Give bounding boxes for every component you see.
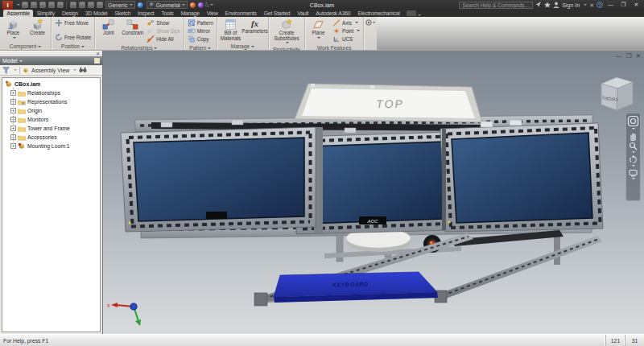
search-send-icon[interactable] bbox=[535, 2, 542, 8]
tree-node-tower-and-frame[interactable]: + Tower and Frame bbox=[2, 124, 100, 133]
search-input[interactable] bbox=[459, 2, 533, 9]
mirror-button[interactable]: Mirror bbox=[186, 27, 215, 35]
create-button[interactable]: Create bbox=[26, 18, 49, 42]
tree-node-accessories[interactable]: + Accessories bbox=[2, 133, 100, 142]
component-group-label[interactable]: Component bbox=[0, 43, 51, 50]
navbar-more-chevron-icon[interactable] bbox=[632, 178, 635, 181]
home-icon[interactable] bbox=[70, 2, 76, 8]
tree-node-monitors[interactable]: + Monitors bbox=[2, 115, 100, 124]
tab-get-started[interactable]: Get Started bbox=[260, 10, 294, 17]
create-substitutes-button[interactable]: Create Substitutes bbox=[270, 18, 303, 45]
parameters-button[interactable]: fx Parameters bbox=[243, 18, 266, 42]
ucs-button[interactable]: UCS bbox=[331, 35, 361, 43]
doc-close-icon[interactable]: ✕ bbox=[636, 52, 641, 60]
tab-simplify[interactable]: Simplify bbox=[33, 10, 58, 17]
joint-button[interactable]: Joint bbox=[97, 18, 120, 43]
top-sign-part[interactable]: TOP bbox=[295, 84, 482, 122]
window-maximize-button[interactable]: ❐ bbox=[618, 1, 629, 9]
free-move-button[interactable]: Free Move bbox=[53, 19, 93, 27]
undo-icon[interactable] bbox=[48, 2, 55, 8]
bill-of-materials-button[interactable]: Bill of Materials bbox=[219, 18, 242, 42]
position-group-label[interactable]: Position bbox=[52, 43, 94, 50]
keyboard-tray-part[interactable]: KEYBOARD bbox=[274, 272, 438, 303]
orbit-chevron-icon[interactable] bbox=[632, 165, 635, 168]
zoom-icon[interactable] bbox=[629, 142, 638, 150]
tab-view[interactable]: View bbox=[203, 10, 221, 17]
free-rotate-button[interactable]: Free Rotate bbox=[53, 33, 93, 41]
look-at-icon[interactable] bbox=[629, 169, 638, 177]
plane-button[interactable]: Plane bbox=[307, 18, 330, 43]
tab-autodesk-a360[interactable]: Autodesk A360 bbox=[312, 10, 354, 17]
tree-node-mounting-loom[interactable]: + Mounting Loom:1 bbox=[2, 142, 100, 150]
ribbon-overflow-icon[interactable] bbox=[365, 19, 375, 27]
new-file-icon[interactable] bbox=[22, 2, 28, 8]
tab-environments[interactable]: Environments bbox=[221, 10, 260, 17]
browser-close-icon[interactable]: ✕ bbox=[96, 51, 100, 56]
appearance-dropdown[interactable]: Gunmetal bbox=[147, 1, 188, 9]
adjust-appearance-icon[interactable] bbox=[190, 2, 196, 8]
wheel-chevron-icon[interactable] bbox=[632, 128, 635, 131]
open-file-icon[interactable] bbox=[31, 2, 37, 8]
qat-customize-chevron-icon[interactable] bbox=[210, 4, 213, 7]
axis-button[interactable]: Axis bbox=[331, 19, 361, 27]
measure-icon[interactable] bbox=[88, 2, 94, 8]
zoom-chevron-icon[interactable] bbox=[632, 151, 635, 154]
render-icon[interactable] bbox=[79, 2, 85, 8]
user-icon[interactable] bbox=[553, 2, 559, 8]
place-button[interactable]: Place bbox=[2, 18, 25, 42]
tree-node-relationships[interactable]: + Relationships bbox=[2, 89, 100, 97]
favorites-star-icon[interactable] bbox=[544, 2, 551, 8]
show-button[interactable]: Show bbox=[145, 19, 181, 27]
app-menu-chevron-icon[interactable] bbox=[17, 4, 20, 7]
hide-all-button[interactable]: Hide All bbox=[145, 35, 181, 43]
browser-header[interactable]: Model bbox=[0, 56, 102, 65]
tree-root-row[interactable]: CBox.iam bbox=[2, 80, 100, 89]
viewport-canvas[interactable]: TOP bbox=[103, 51, 644, 334]
doc-minimize-icon[interactable]: — bbox=[616, 52, 622, 60]
clear-appearance-icon[interactable] bbox=[198, 2, 204, 8]
window-minimize-button[interactable]: — bbox=[605, 1, 616, 9]
tab-design[interactable]: Design bbox=[58, 10, 81, 17]
doc-restore-icon[interactable]: ❐ bbox=[626, 52, 632, 60]
appearance-sphere-icon[interactable] bbox=[138, 2, 143, 8]
browser-pin-icon[interactable] bbox=[94, 58, 100, 64]
view-mode-dropdown[interactable]: Assembly View bbox=[31, 68, 69, 73]
tab-sketch[interactable]: Sketch bbox=[111, 10, 134, 17]
tree-node-representations[interactable]: + Representations bbox=[2, 97, 100, 106]
monitor-right-part[interactable] bbox=[440, 123, 603, 232]
orbit-icon[interactable] bbox=[629, 155, 638, 164]
view-cube[interactable]: FRONT bbox=[596, 73, 638, 115]
filter-icon[interactable] bbox=[2, 67, 10, 74]
tab-3d-model[interactable]: 3D Model bbox=[81, 10, 111, 17]
exchange-apps-icon[interactable]: ✕ bbox=[589, 2, 594, 9]
screenshot-camera-icon[interactable] bbox=[407, 10, 416, 16]
copy-button[interactable]: Copy bbox=[186, 35, 215, 43]
tab-manage[interactable]: Manage bbox=[177, 10, 203, 17]
inventor-logo-icon[interactable]: I bbox=[2, 1, 13, 10]
help-icon[interactable]: ? bbox=[597, 2, 603, 8]
tree-node-origin[interactable]: + Origin bbox=[2, 106, 100, 115]
redo-icon[interactable] bbox=[57, 2, 64, 8]
pan-hand-icon[interactable] bbox=[629, 132, 638, 141]
update-icon[interactable] bbox=[97, 2, 103, 8]
camera-chevron-icon[interactable] bbox=[418, 14, 421, 18]
tab-vault[interactable]: Vault bbox=[294, 10, 312, 17]
assembly-model[interactable]: TOP bbox=[103, 51, 644, 334]
tab-assemble[interactable]: Assemble bbox=[3, 10, 33, 17]
save-icon[interactable] bbox=[39, 2, 46, 8]
tab-tools[interactable]: Tools bbox=[158, 10, 177, 17]
point-button[interactable]: Point bbox=[331, 27, 361, 35]
parameters-quick-icon[interactable]: fx bbox=[205, 1, 209, 8]
material-dropdown[interactable]: Generic bbox=[105, 1, 135, 9]
window-close-button[interactable]: ✕ bbox=[631, 1, 642, 9]
sign-in-button[interactable]: Sign In bbox=[562, 2, 580, 8]
filter-chevron-icon[interactable] bbox=[14, 69, 17, 72]
tab-electromechanical[interactable]: Electromechanical bbox=[354, 10, 403, 17]
sign-in-chevron-icon[interactable] bbox=[584, 4, 587, 7]
tab-inspect[interactable]: Inspect bbox=[134, 10, 159, 17]
constrain-button[interactable]: Constrain bbox=[121, 18, 144, 43]
search-binoculars-icon[interactable] bbox=[79, 67, 87, 73]
view-mode-chevron-icon[interactable] bbox=[73, 69, 76, 72]
navigation-wheel-icon[interactable] bbox=[627, 115, 639, 127]
manage-group-label[interactable]: Manage bbox=[217, 43, 268, 50]
